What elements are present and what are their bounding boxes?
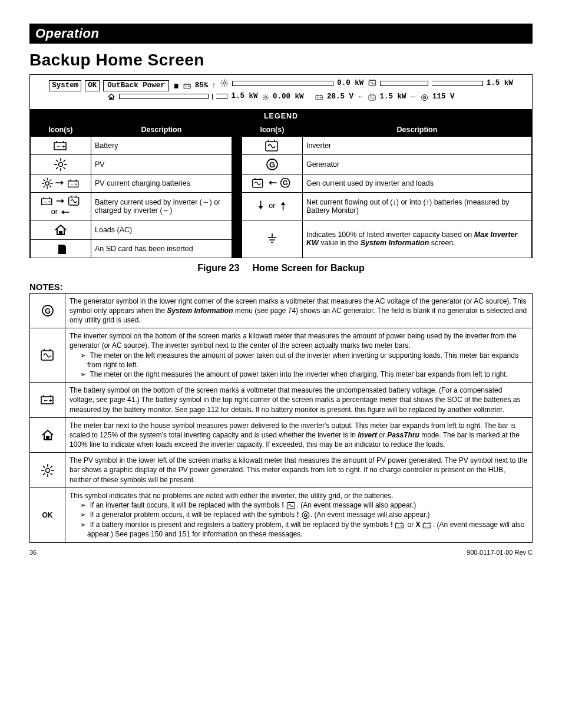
lcd-kw2: 1.5 kW xyxy=(231,91,257,101)
inverter-icon xyxy=(368,79,376,87)
sun-icon xyxy=(54,157,68,172)
notes-table: The generator symbol in the lower right … xyxy=(29,293,533,543)
arrow-left-icon xyxy=(59,207,70,218)
legend-col-icon: Icon(s) xyxy=(242,123,302,136)
inverter-icon xyxy=(252,177,265,189)
battery-icon xyxy=(41,196,54,206)
legend-cap100: Indicates 100% of listed inverter capaci… xyxy=(302,220,531,258)
battery-icon xyxy=(40,393,55,406)
legend-bat-inv: Battery current used by inverter (→) or … xyxy=(91,192,232,220)
lcd-pvkw: 0.00 kW xyxy=(273,92,304,102)
legend-or: or xyxy=(269,202,275,210)
figure-frame: System OK OutBack Power 85%↑ 0.0 kW 1.5 … xyxy=(29,74,533,258)
lcd-system: System xyxy=(49,80,81,91)
ground-icon xyxy=(265,232,279,246)
legend-net-cur: Net current flowing out of (↓) or into (… xyxy=(302,192,531,220)
page-number: 36 xyxy=(29,549,37,556)
sun-icon xyxy=(220,79,229,87)
page-footer: 36 900-0117-01-00 Rev C xyxy=(29,549,533,556)
house-icon xyxy=(107,93,115,101)
legend-sd: An SD card has been inserted xyxy=(91,239,232,258)
inverter-icon xyxy=(68,195,81,207)
inverter-icon xyxy=(286,501,297,510)
arrow-right-icon xyxy=(55,177,65,189)
inverter-icon xyxy=(265,139,280,152)
generator-icon xyxy=(41,304,55,318)
lcd-screenshot: System OK OutBack Power 85%↑ 0.0 kW 1.5 … xyxy=(30,78,532,104)
sd-icon xyxy=(173,83,180,90)
battery-icon xyxy=(422,521,433,529)
legend-loads: Loads (AC) xyxy=(91,220,232,239)
inverter-icon xyxy=(40,348,55,363)
lcd-ok: OK xyxy=(85,80,100,91)
legend-generator: Generator xyxy=(302,154,531,174)
lcd-batv: 28.5 V xyxy=(327,92,353,102)
note-generator: The generator symbol in the lower right … xyxy=(65,293,533,328)
note-pv: The PV symbol in the lower left of the s… xyxy=(65,453,533,488)
arrow-down-icon xyxy=(255,200,267,213)
legend-pv: PV xyxy=(91,154,232,174)
section-bar: Operation xyxy=(29,24,533,44)
arrow-left-icon xyxy=(267,177,277,189)
lcd-kw1: 1.5 kW xyxy=(487,78,513,88)
lcd-invkw: 1.5 kW xyxy=(380,92,406,102)
arrow-up-icon xyxy=(277,200,289,213)
legend-col-icon: Icon(s) xyxy=(31,123,91,136)
note-loads: The meter bar next to the house symbol m… xyxy=(65,417,533,453)
legend-or: or xyxy=(51,207,58,216)
battery-icon xyxy=(183,83,191,90)
figure-caption: Figure 23 Home Screen for Backup xyxy=(29,263,533,274)
house-icon xyxy=(54,223,68,237)
note-ok: This symbol indicates that no problems a… xyxy=(65,487,533,542)
battery-icon xyxy=(53,139,68,152)
arrow-right-icon xyxy=(55,196,66,206)
generator-icon xyxy=(279,177,292,190)
battery-icon xyxy=(67,178,80,189)
sd-icon xyxy=(55,242,67,255)
lcd-soc: 85% xyxy=(195,81,209,91)
doc-rev: 900-0117-01-00 Rev C xyxy=(467,549,533,556)
page-title: Backup Home Screen xyxy=(29,51,533,70)
lcd-kw0: 0.0 kW xyxy=(337,78,363,88)
note-battery: The battery symbol on the bottom of the … xyxy=(65,383,533,418)
sun-icon xyxy=(262,94,269,101)
generator-icon xyxy=(301,510,310,520)
note-inverter: The inverter symbol on the bottom of the… xyxy=(65,328,533,383)
legend-inverter: Inverter xyxy=(302,136,531,154)
battery-icon xyxy=(395,521,405,529)
inverter-icon xyxy=(368,94,376,101)
lcd-genv: 115 V xyxy=(432,92,455,102)
sun-icon xyxy=(41,177,53,189)
ok-label: OK xyxy=(30,487,65,542)
house-icon xyxy=(41,428,55,442)
legend-gen-inv: Gen current used by inverter and loads xyxy=(302,174,531,192)
legend-col-desc: Description xyxy=(302,123,531,136)
sun-icon xyxy=(41,463,55,477)
legend-pv-charge: PV current charging batteries xyxy=(91,174,232,192)
generator-icon xyxy=(265,157,279,172)
legend-table: LEGEND Icon(s) Description Icon(s) Descr… xyxy=(30,109,532,258)
legend-battery: Battery xyxy=(91,136,232,154)
notes-heading: Notes: xyxy=(29,282,533,292)
battery-icon xyxy=(315,94,323,101)
legend-col-desc: Description xyxy=(91,123,232,136)
generator-icon xyxy=(421,94,429,101)
lcd-brand: OutBack Power xyxy=(103,80,169,91)
legend-title: LEGEND xyxy=(31,109,532,123)
